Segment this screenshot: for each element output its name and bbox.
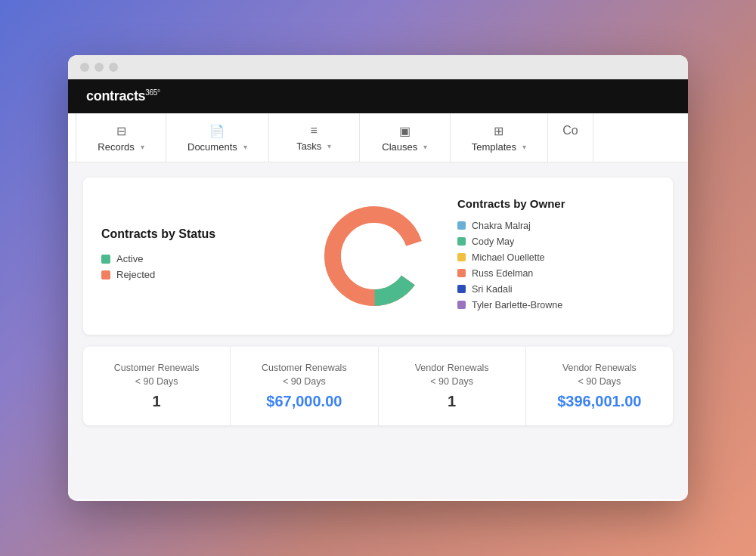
michael-dot (457, 253, 466, 261)
tab-templates-label: Templates (472, 141, 516, 153)
documents-icon: 📄 (209, 124, 225, 138)
stat-customer-renewals-amount: Customer Renewals< 90 Days $67,000.00 (231, 347, 378, 425)
browser-chrome (68, 55, 688, 79)
owner-michael: Michael Ouellette (457, 252, 655, 263)
contracts-by-status-title: Contracts by Status (101, 227, 299, 241)
owner-tyler: Tyler Barlette-Browne (457, 300, 655, 310)
svg-point-2 (341, 223, 407, 289)
co-icon: Co (562, 124, 578, 137)
clauses-icon: ▣ (399, 124, 411, 138)
stats-card: Customer Renewals< 90 Days 1 Customer Re… (83, 347, 673, 425)
owner-sri: Sri Kadali (457, 284, 655, 295)
owner-russ: Russ Edelman (457, 268, 655, 279)
stat-label-2: Customer Renewals< 90 Days (262, 362, 347, 388)
templates-icon: ⊞ (494, 124, 503, 138)
tyler-dot (457, 301, 466, 309)
tab-clauses-label: Clauses (382, 141, 417, 153)
window-dot-1 (80, 63, 89, 72)
cody-dot (457, 237, 466, 246)
owner-cody: Cody May (457, 236, 655, 247)
contracts-by-status-section: Contracts by Status Active Rejected (101, 227, 299, 285)
contracts-by-owner-section: Contracts by Owner Chakra Malraj Cody Ma… (450, 197, 655, 316)
app-logo: contracts365° (86, 88, 160, 104)
stat-value-1: 1 (153, 393, 161, 410)
stat-customer-renewals-count: Customer Renewals< 90 Days 1 (83, 347, 231, 425)
tab-clauses[interactable]: ▣ Clauses ▾ (360, 113, 451, 162)
stat-value-4: $396,001.00 (557, 393, 641, 410)
stat-vendor-renewals-count: Vendor Renewals< 90 Days 1 (379, 347, 526, 425)
top-nav: contracts365° (68, 79, 688, 113)
tab-tasks[interactable]: ≡ Tasks ▾ (269, 113, 360, 162)
legend-rejected: Rejected (101, 269, 299, 280)
tab-records-label: Records (98, 141, 134, 153)
contracts-by-owner-title: Contracts by Owner (457, 197, 655, 210)
documents-chevron: ▾ (243, 143, 247, 151)
tab-records[interactable]: ⊟ Records ▾ (76, 113, 166, 162)
records-icon: ⊟ (116, 124, 126, 138)
active-label: Active (116, 253, 143, 264)
sri-dot (457, 285, 466, 293)
tab-documents[interactable]: 📄 Documents ▾ (166, 113, 269, 162)
active-dot (101, 255, 110, 264)
nav-tabs: ⊟ Records ▾ 📄 Documents ▾ ≡ Tasks ▾ ▣ Cl… (68, 113, 688, 162)
donut-chart (314, 196, 435, 317)
tab-co[interactable]: Co (548, 113, 593, 162)
stat-vendor-renewals-amount: Vendor Renewals< 90 Days $396,001.00 (526, 347, 673, 425)
tasks-icon: ≡ (311, 124, 318, 137)
stat-value-2: $67,000.00 (266, 393, 342, 410)
owner-chakra: Chakra Malraj (457, 221, 655, 231)
tab-documents-label: Documents (187, 141, 237, 153)
legend-active: Active (101, 253, 299, 264)
window-dot-3 (109, 63, 118, 72)
stat-label-3: Vendor Renewals< 90 Days (415, 362, 489, 388)
rejected-dot (101, 270, 110, 280)
stat-label-4: Vendor Renewals< 90 Days (562, 362, 637, 388)
russ-dot (457, 269, 466, 277)
records-chevron: ▾ (141, 143, 144, 151)
stat-value-3: 1 (448, 393, 456, 410)
window-dot-2 (94, 63, 104, 72)
clauses-chevron: ▾ (423, 143, 427, 151)
tab-templates[interactable]: ⊞ Templates ▾ (451, 113, 548, 162)
stat-label-1: Customer Renewals< 90 Days (114, 362, 200, 388)
browser-window: contracts365° ⊟ Records ▾ 📄 Documents ▾ … (68, 55, 688, 501)
tab-tasks-label: Tasks (296, 141, 321, 152)
templates-chevron: ▾ (522, 143, 526, 151)
rejected-label: Rejected (116, 269, 155, 280)
tasks-chevron: ▾ (327, 142, 331, 150)
main-content: Contracts by Status Active Rejected (68, 162, 688, 499)
chakra-dot (457, 221, 466, 230)
contracts-chart-card: Contracts by Status Active Rejected (83, 178, 673, 335)
